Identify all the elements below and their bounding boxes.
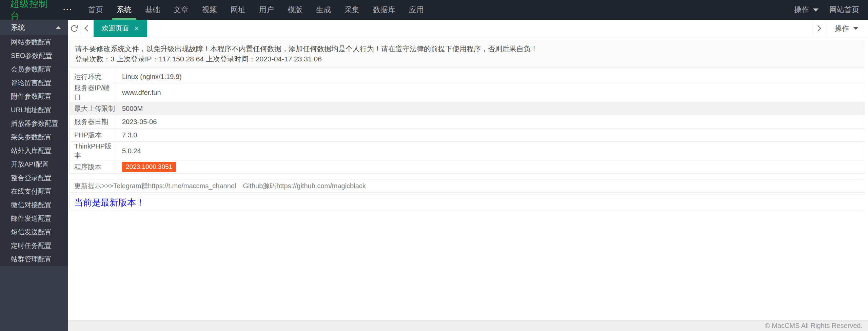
admin-app: 超级控制台 ··· 首页 系统 基础 文章 视频 网址 用户 模版 生成 采集 … [0, 0, 868, 331]
nav-item-apps[interactable]: 应用 [404, 0, 429, 20]
nav-item-basic[interactable]: 基础 [140, 0, 165, 20]
nav-item-collect[interactable]: 采集 [340, 0, 364, 20]
sidebar: 系统 网站参数配置 SEO参数配置 会员参数配置 评论留言配置 附件参数配置 U… [0, 20, 68, 331]
sidebar-item-collect-params[interactable]: 采集参数配置 [0, 130, 68, 144]
nav-item-system[interactable]: 系统 [112, 0, 136, 20]
tab-label: 欢迎页面 [102, 24, 129, 33]
row-value: 5000M [116, 102, 865, 115]
sidebar-item-player-params[interactable]: 播放器参数配置 [0, 117, 68, 130]
tabbar-spacer [147, 20, 812, 37]
sidebar-item-comment-config[interactable]: 评论留言配置 [0, 76, 68, 90]
top-navbar: 超级控制台 ··· 首页 系统 基础 文章 视频 网址 用户 模版 生成 采集 … [0, 0, 868, 20]
table-row: 运行环境 Linux (nginx/1.19.9) [70, 70, 865, 83]
tab-scroll-right-button[interactable] [812, 20, 825, 37]
ellipsis-icon[interactable]: ··· [54, 0, 81, 20]
sidebar-item-online-payment[interactable]: 在线支付配置 [0, 184, 68, 198]
welcome-page-content: 请不要修改系统文件，以免升级出现故障！本程序不内置任何数据，添加任何数据均是个人… [68, 37, 868, 320]
row-value: 5.0.24 [116, 142, 865, 160]
top-menu: 首页 系统 基础 文章 视频 网址 用户 模版 生成 采集 数据库 应用 [81, 0, 431, 20]
table-row: PHP版本 7.3.0 [70, 129, 865, 142]
row-label: 运行环境 [70, 70, 116, 83]
caret-down-icon [853, 27, 859, 30]
system-info-table: 运行环境 Linux (nginx/1.19.9) 服务器IP/端口 www.d… [69, 70, 865, 174]
sidebar-menu: 网站参数配置 SEO参数配置 会员参数配置 评论留言配置 附件参数配置 URL地… [0, 35, 68, 266]
workarea: 欢迎页面 × 操作 请不要修改系统文件，以免升级出现故障！本程序不内置任何数据，… [68, 20, 868, 331]
table-row: ThinkPHP版本 5.0.24 [70, 142, 865, 160]
nav-item-user[interactable]: 用户 [254, 0, 279, 20]
latest-version-text: 当前是最新版本！ [74, 197, 145, 208]
row-value: www.dfer.fun [116, 83, 865, 102]
table-row: 程序版本 2023.1000.3051 [70, 160, 865, 174]
sidebar-item-external-storage[interactable]: 站外入库配置 [0, 144, 68, 157]
sidebar-item-sitegroup-config[interactable]: 站群管理配置 [0, 252, 68, 266]
version-badge: 2023.1000.3051 [122, 162, 176, 172]
row-label: 服务器日期 [70, 115, 116, 129]
site-home-link[interactable]: 网站首页 [825, 0, 868, 20]
refresh-button[interactable] [68, 20, 81, 37]
nav-item-generate[interactable]: 生成 [311, 0, 336, 20]
system-notice: 请不要修改系统文件，以免升级出现故障！本程序不内置任何数据，添加任何数据均是个人… [69, 40, 865, 68]
row-value: Linux (nginx/1.19.9) [116, 70, 865, 83]
sidebar-item-member-params[interactable]: 会员参数配置 [0, 62, 68, 76]
sidebar-item-integrated-login[interactable]: 整合登录配置 [0, 171, 68, 184]
table-row: 服务器日期 2023-05-06 [70, 115, 865, 129]
row-value: 7.3.0 [116, 129, 865, 142]
chevron-right-icon [815, 25, 821, 31]
tab-actions-dropdown[interactable]: 操作 [825, 20, 868, 37]
page-footer: © MacCMS All Rights Reserved. [68, 320, 868, 331]
row-label: PHP版本 [70, 129, 116, 142]
nav-item-template[interactable]: 模版 [283, 0, 307, 20]
navbar-spacer [431, 0, 787, 20]
version-check-box: 当前是最新版本！ [69, 194, 865, 211]
notice-line-1: 请不要修改系统文件，以免升级出现故障！本程序不内置任何数据，添加任何数据均是个人… [75, 44, 860, 54]
sidebar-item-email-config[interactable]: 邮件发送配置 [0, 212, 68, 225]
row-value: 2023.1000.3051 [116, 160, 865, 174]
notice-line-2: 登录次数：3 上次登录IP：117.150.28.64 上次登录时间：2023-… [75, 54, 860, 64]
tab-scroll-left-button[interactable] [81, 20, 94, 37]
nav-item-article[interactable]: 文章 [169, 0, 193, 20]
nav-item-website[interactable]: 网址 [226, 0, 250, 20]
row-label: ThinkPHP版本 [70, 142, 116, 160]
sidebar-item-open-api[interactable]: 开放API配置 [0, 157, 68, 171]
sidebar-group-system[interactable]: 系统 [0, 20, 68, 35]
table-row: 最大上传限制 5000M [70, 102, 865, 115]
table-row: 服务器IP/端口 www.dfer.fun [70, 83, 865, 102]
tab-welcome-page[interactable]: 欢迎页面 × [94, 20, 147, 37]
sidebar-item-attachment-params[interactable]: 附件参数配置 [0, 90, 68, 103]
sidebar-item-cron-config[interactable]: 定时任务配置 [0, 239, 68, 252]
caret-down-icon [813, 8, 818, 12]
row-label: 服务器IP/端口 [70, 83, 116, 102]
navbar-actions-dropdown[interactable]: 操作 [787, 0, 825, 20]
row-value: 2023-05-06 [116, 115, 865, 129]
close-icon[interactable]: × [134, 24, 139, 33]
sidebar-item-sms-config[interactable]: 短信发送配置 [0, 225, 68, 239]
refresh-icon [70, 24, 79, 33]
sidebar-item-wechat-config[interactable]: 微信对接配置 [0, 198, 68, 212]
sidebar-item-site-params[interactable]: 网站参数配置 [0, 35, 68, 49]
app-logo: 超级控制台 [0, 0, 54, 20]
chevron-left-icon [84, 25, 91, 31]
copyright-text: © MacCMS All Rights Reserved. [765, 322, 863, 330]
row-label: 最大上传限制 [70, 102, 116, 115]
sidebar-item-url-config[interactable]: URL地址配置 [0, 103, 68, 117]
tab-bar: 欢迎页面 × 操作 [68, 20, 868, 37]
sidebar-item-seo-params[interactable]: SEO参数配置 [0, 49, 68, 62]
caret-up-icon [56, 26, 61, 29]
update-tip: 更新提示>>>Telegram群https://t.me/maccms_chan… [69, 179, 865, 193]
row-label: 程序版本 [70, 160, 116, 174]
nav-item-video[interactable]: 视频 [197, 0, 222, 20]
nav-item-home[interactable]: 首页 [83, 0, 108, 20]
nav-item-database[interactable]: 数据库 [368, 0, 400, 20]
